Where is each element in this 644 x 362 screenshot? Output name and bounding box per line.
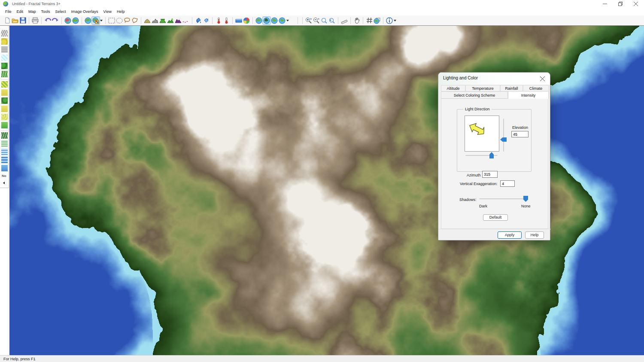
menu-help[interactable]: Help [114, 9, 128, 15]
tab-temperature[interactable]: Temperature [465, 85, 500, 91]
minimize-button[interactable] [598, 0, 612, 8]
water-level-icon[interactable] [235, 17, 243, 24]
overlay-tool-sea-ice[interactable] [1, 55, 8, 61]
tab-climate[interactable]: Climate [523, 85, 549, 91]
overlay-tool-river[interactable] [1, 149, 8, 155]
overlay-tool-desert-2[interactable] [1, 106, 8, 112]
maximize-button[interactable] [613, 0, 628, 8]
zoom-out-icon[interactable] [313, 17, 320, 24]
overlay-tool-mountains[interactable] [1, 30, 8, 37]
overlay-tool-forest[interactable] [1, 63, 8, 69]
zoom-in-icon[interactable] [305, 17, 313, 24]
overlay-tool-coast-water[interactable] [1, 157, 8, 163]
view-globe-3-icon[interactable] [270, 17, 278, 24]
undo-icon[interactable] [44, 17, 52, 24]
polygon-lasso-icon[interactable] [131, 17, 139, 24]
menu-tools[interactable]: Tools [39, 9, 53, 15]
temp-down-icon[interactable] [222, 17, 230, 24]
fill-lower-icon[interactable] [202, 17, 210, 24]
zoom-sel-icon[interactable] [320, 17, 328, 24]
tab-select-coloring-scheme[interactable]: Select Coloring Scheme [441, 91, 508, 99]
app-icon [3, 1, 8, 6]
tab-intensity[interactable]: Intensity [508, 91, 549, 99]
light-direction-preview[interactable] [465, 116, 499, 152]
print-icon[interactable] [31, 17, 39, 24]
fill-raise-icon[interactable] [194, 17, 202, 24]
vertical-exaggeration-input[interactable] [500, 180, 515, 187]
default-button[interactable]: Default [483, 214, 508, 221]
apply-button[interactable]: Apply [498, 231, 522, 239]
world-dropdown-icon[interactable] [100, 17, 103, 24]
menu-file[interactable]: File [3, 9, 14, 15]
light-direction-arrow-icon [465, 116, 499, 151]
globe-color-icon[interactable] [243, 17, 250, 24]
overlay-tool-scrub[interactable] [1, 114, 8, 120]
azimuth-slider-thumb[interactable] [489, 152, 494, 158]
open-icon[interactable] [11, 17, 19, 24]
overlay-tool-field[interactable] [1, 122, 8, 128]
tab-rainfall[interactable]: Rainfall [500, 85, 523, 91]
elevation-input[interactable] [511, 131, 529, 137]
raise-mountain-icon[interactable] [151, 17, 159, 24]
panel-collapse-icon[interactable] [3, 182, 5, 184]
overlay-tool-swamp[interactable] [1, 132, 8, 139]
tab-altitude[interactable]: Altitude [441, 85, 465, 91]
pan-hand-icon[interactable] [353, 17, 361, 24]
status-text: For Help, press F1 [3, 357, 36, 361]
shadows-slider-track[interactable] [479, 198, 526, 199]
lighting-and-color-dialog: Lighting and Color Altitude Temperature … [438, 72, 550, 240]
paint-mountain-icon[interactable] [174, 17, 182, 24]
status-bar: For Help, press F1 [0, 355, 644, 362]
dialog-title-bar[interactable]: Lighting and Color [438, 73, 550, 85]
elevation-slider-track[interactable] [503, 119, 504, 152]
overlay-tool-desert[interactable] [1, 89, 8, 96]
overlay-tool-water[interactable] [1, 165, 8, 171]
temp-up-icon[interactable] [215, 17, 222, 24]
paint-ridge-icon[interactable] [182, 17, 190, 24]
world-2-icon[interactable] [72, 17, 79, 24]
menu-image-overlays[interactable]: Image Overlays [69, 9, 101, 15]
redo-icon[interactable] [52, 17, 59, 24]
shadows-label: Shadows: [459, 198, 477, 202]
world-picture-icon[interactable] [92, 17, 100, 24]
menu-edit[interactable]: Edit [14, 9, 26, 15]
elevation-slider-thumb[interactable] [500, 137, 507, 142]
menu-select[interactable]: Select [53, 9, 69, 15]
measure-icon[interactable] [340, 17, 348, 24]
overlay-tool-none[interactable]: No [2, 174, 6, 178]
menu-view[interactable]: View [101, 9, 114, 15]
view-dropdown-icon[interactable] [286, 17, 289, 24]
save-icon[interactable] [19, 17, 27, 24]
shadows-slider-thumb[interactable] [523, 196, 528, 202]
view-globe-1-icon[interactable] [255, 17, 263, 24]
lasso-icon[interactable] [123, 17, 131, 24]
world-view-icon[interactable] [84, 17, 92, 24]
info-dropdown-icon[interactable] [393, 17, 397, 24]
view-globe-2-icon[interactable] [263, 17, 270, 24]
close-button[interactable] [629, 0, 643, 8]
overlay-tool-pattern[interactable] [1, 140, 8, 147]
help-button[interactable]: Help [525, 231, 544, 239]
about-info-icon[interactable] [386, 17, 393, 24]
overlay-tool-hills[interactable] [1, 38, 8, 45]
select-rect-icon[interactable] [108, 17, 115, 24]
azimuth-label: Azimuth [467, 173, 481, 177]
overlay-tool-rough-land[interactable] [1, 46, 8, 53]
intensity-tab-panel: Light Direction Elevation Azimuth Vertic… [441, 98, 548, 229]
menu-map[interactable]: Map [26, 9, 39, 15]
globe-overlay-icon[interactable] [373, 17, 381, 24]
overlay-tool-farmland[interactable] [1, 81, 8, 88]
new-icon[interactable] [3, 17, 11, 24]
azimuth-input[interactable] [482, 171, 498, 178]
lower-land-icon[interactable] [159, 17, 167, 24]
view-globe-4-icon[interactable] [278, 17, 286, 24]
overlay-tool-grass[interactable] [1, 71, 8, 77]
world-1-icon[interactable] [64, 17, 72, 24]
select-ellipse-icon[interactable] [115, 17, 123, 24]
grid-icon[interactable] [365, 17, 373, 24]
dialog-close-icon[interactable] [538, 74, 547, 83]
zoom-prev-icon[interactable] [328, 17, 336, 24]
raise-land-icon[interactable] [143, 17, 151, 24]
overlay-tool-forest-2[interactable] [1, 97, 8, 104]
paint-land-icon[interactable] [167, 17, 174, 24]
